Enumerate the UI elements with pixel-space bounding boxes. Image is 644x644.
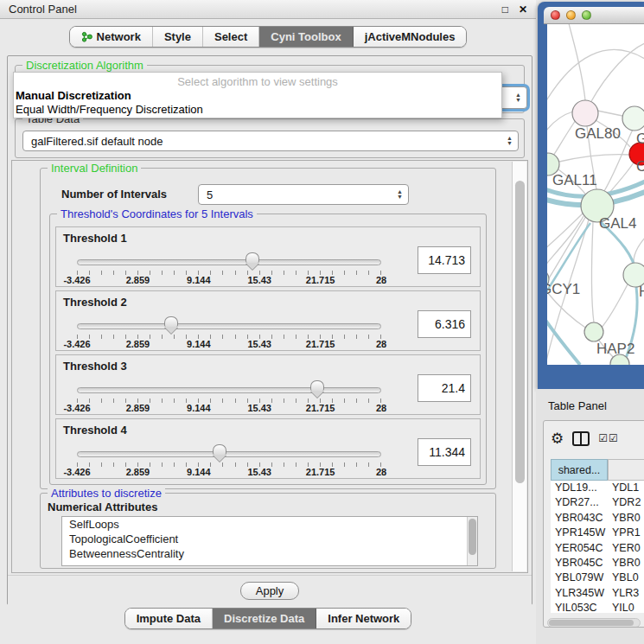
table-row[interactable]: YIL053CYIL0 [551, 601, 644, 613]
table-panel: Table Panel ⚙ ☑☑ shared... n YDL19...YDL… [536, 389, 644, 644]
node-label-gal4: GAL4 [599, 215, 636, 232]
threshold-3-panel: Threshold 3 -3.426 2.859 9.144 15.43 21.… [55, 354, 481, 415]
tab-impute-data[interactable]: Impute Data [125, 609, 213, 628]
network-node-hap2[interactable] [584, 322, 603, 341]
number-of-intervals-select[interactable]: 5 ▲▼ [198, 184, 409, 205]
split-columns-icon[interactable] [572, 431, 590, 446]
interval-definition-title: Interval Definition [48, 162, 141, 175]
threshold-4-slider-thumb[interactable] [213, 444, 226, 455]
table-header-row: shared... n [551, 459, 644, 481]
threshold-3-slider[interactable] [77, 383, 381, 397]
node-label-gcy1: GCY1 [547, 281, 580, 297]
close-traffic-light-icon[interactable] [551, 10, 560, 20]
control-panel-titlebar: Control Panel □ ✕ [0, 0, 536, 19]
table-horizontal-scrollbar[interactable] [547, 618, 641, 628]
algorithm-dropdown-popup: Select algorithm to view settings Manual… [13, 72, 502, 118]
tab-discretize-data[interactable]: Discretize Data [213, 609, 316, 628]
apply-button[interactable]: Apply [240, 582, 299, 600]
attributes-group-title: Attributes to discretize [48, 487, 165, 500]
list-item[interactable]: SelfLoops [62, 517, 477, 532]
table-data-select[interactable]: galFiltered.sif default node ▲▼ [22, 131, 519, 151]
zoom-traffic-light-icon[interactable] [582, 10, 591, 20]
apply-strip: Apply [8, 575, 532, 605]
column-header-name[interactable]: n [608, 459, 644, 481]
algorithm-option-manual[interactable]: Manual Discretization [14, 89, 501, 103]
bottom-tabbar: Impute Data Discretize Data Infer Networ… [0, 608, 536, 629]
network-canvas[interactable]: GAL80 G. C GAL11 GAL4 GCY1 H HAP2 [547, 24, 644, 365]
network-node-top-right[interactable] [622, 106, 644, 131]
algorithm-option-equal-width[interactable]: Equal Width/Frequency Discretization [14, 103, 501, 117]
node-label-hap2: HAP2 [596, 341, 634, 357]
threshold-2-slider-thumb[interactable] [164, 316, 178, 327]
threshold-4-slider[interactable] [77, 447, 381, 461]
tab-cyni-toolbox[interactable]: Cyni Toolbox [259, 27, 353, 47]
control-panel-window: Control Panel □ ✕ Network Style Select C… [0, 0, 536, 644]
combo-spinner-icon: ▲▼ [397, 189, 403, 200]
scrollbar-thumb[interactable] [515, 181, 525, 483]
algorithm-placeholder: Select algorithm to view settings [14, 73, 501, 89]
attributes-group: Attributes to discretize Numerical Attri… [40, 493, 496, 569]
cyni-toolbox-panel: Discretization Algorithm ▲▼ Select algor… [7, 55, 532, 605]
node-label-partial-g: G. [636, 131, 644, 147]
table-panel-toolbar: ⚙ ☑☑ [544, 421, 644, 456]
table-row[interactable]: YBR045CYBR0 [551, 556, 644, 571]
table-row[interactable]: YDR27...YDR2 [551, 495, 644, 510]
number-of-intervals-label: Number of Intervals [61, 188, 167, 201]
column-header-shared-name[interactable]: shared... [551, 459, 608, 481]
settings-scrollbar[interactable] [512, 162, 526, 571]
table-row[interactable]: YDL19...YDL1 [551, 481, 644, 495]
numerical-attributes-label: Numerical Attributes [48, 501, 157, 513]
close-window-icon[interactable]: ✕ [519, 3, 527, 16]
list-item[interactable]: TopologicalCoefficient [62, 532, 477, 546]
threshold-1-slider-thumb[interactable] [245, 252, 259, 263]
threshold-2-value-field[interactable] [418, 310, 471, 338]
network-window-titlebar[interactable] [544, 7, 644, 24]
minimize-traffic-light-icon[interactable] [566, 10, 576, 20]
threshold-1-slider[interactable] [77, 255, 381, 269]
node-label-gal11: GAL11 [552, 172, 597, 188]
node-table: shared... n YDL19...YDL1 YDR27...YDR2 YB… [551, 459, 644, 613]
interval-definition-group: Interval Definition Number of Intervals … [40, 168, 496, 489]
threshold-2-panel: Threshold 2 -3.426 2.859 9.144 15.43 21.… [55, 290, 481, 351]
tab-jactivemnodules[interactable]: jActiveMNodules [354, 27, 467, 47]
list-scrollbar[interactable] [467, 517, 477, 565]
table-row[interactable]: YPR145WYPR1 [551, 526, 644, 540]
discretization-algorithm-group-title: Discretization Algorithm [22, 59, 147, 72]
checkbox-icons[interactable]: ☑☑ [598, 432, 619, 444]
node-label-partial-c: C [636, 158, 644, 175]
threshold-1-panel: Threshold 1 -3.426 2.859 9.144 15.43 21.… [55, 226, 481, 287]
numerical-attributes-list: SelfLoops TopologicalCoefficient Between… [61, 516, 478, 566]
tab-infer-network[interactable]: Infer Network [316, 609, 411, 628]
table-row[interactable]: YBL079WYBL0 [551, 571, 644, 585]
scrollbar-thumb[interactable] [549, 620, 634, 626]
window-title: Control Panel [9, 3, 77, 16]
tab-style[interactable]: Style [153, 27, 203, 47]
table-row[interactable]: YLR345WYLR3 [551, 586, 644, 601]
network-icon [81, 31, 92, 42]
threshold-4-panel: Threshold 4 -3.426 2.859 9.144 15.43 21.… [55, 418, 481, 479]
list-item[interactable]: BetweennessCentrality [62, 546, 477, 561]
float-window-icon[interactable]: □ [502, 3, 508, 16]
threshold-1-value-field[interactable] [418, 246, 471, 274]
threshold-4-value-field[interactable] [418, 438, 471, 466]
table-panel-body: ⚙ ☑☑ shared... n YDL19...YDL1 YDR27...YD… [543, 420, 644, 628]
network-view-window: GAL80 G. C GAL11 GAL4 GCY1 H HAP2 [538, 2, 644, 389]
threshold-2-slider[interactable] [77, 319, 381, 333]
network-node-gal80[interactable] [572, 100, 598, 126]
tab-network[interactable]: Network [70, 27, 153, 47]
node-label-gal80: GAL80 [575, 125, 621, 142]
threshold-3-slider-thumb[interactable] [310, 380, 324, 391]
threshold-3-value-field[interactable] [418, 374, 471, 402]
node-label-partial-h: H [639, 284, 644, 300]
thresholds-group: Threshold's Coordinates for 5 Intervals … [49, 214, 487, 485]
top-tabbar: Network Style Select Cyni Toolbox jActiv… [0, 26, 536, 48]
table-rows: YDL19...YDL1 YDR27...YDR2 YBR043CYBR0 YP… [551, 481, 644, 613]
tab-select[interactable]: Select [203, 27, 259, 47]
table-row[interactable]: YER054CYER0 [551, 541, 644, 556]
table-panel-title: Table Panel [548, 399, 607, 412]
settings-scrollpane: Interval Definition Number of Intervals … [11, 160, 528, 573]
gear-icon[interactable]: ⚙ [551, 431, 564, 446]
table-row[interactable]: YBR043CYBR0 [551, 511, 644, 526]
combo-spinner-icon: ▲▼ [515, 92, 521, 103]
combo-spinner-icon: ▲▼ [507, 136, 513, 146]
